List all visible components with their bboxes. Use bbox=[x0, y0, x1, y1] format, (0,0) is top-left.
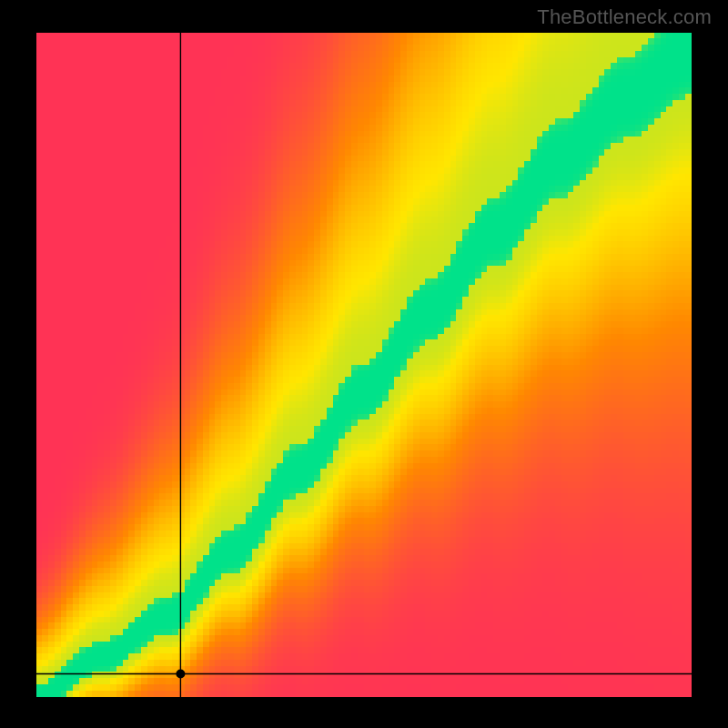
chart-container: TheBottleneck.com bbox=[0, 0, 728, 728]
bottleneck-heatmap bbox=[36, 33, 692, 697]
watermark-text: TheBottleneck.com bbox=[537, 5, 712, 29]
